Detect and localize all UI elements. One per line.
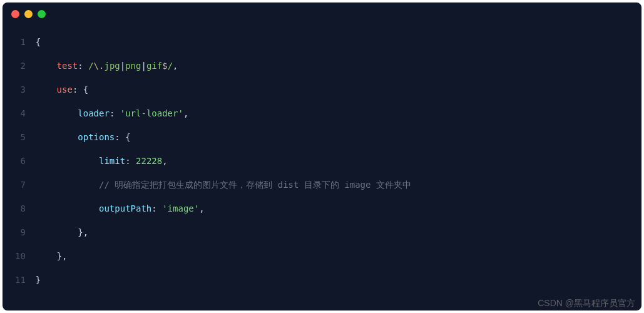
token-key-red: use <box>57 85 73 95</box>
token-regex: / <box>88 61 93 71</box>
token-key-red: test <box>57 61 78 71</box>
code-line: // 明确指定把打包生成的图片文件，存储到 dist 目录下的 image 文件… <box>36 173 641 197</box>
token-punct: : { <box>73 85 88 95</box>
token-punct: : <box>125 156 136 166</box>
token-punct: }, <box>57 251 68 261</box>
code-line: use: { <box>36 78 641 101</box>
line-number: 2 <box>15 54 26 78</box>
token-regex-alt: $ <box>162 61 167 71</box>
code-line: { <box>36 30 641 54</box>
token-punct: , <box>199 203 204 213</box>
code-line: }, <box>36 244 641 268</box>
minimize-button[interactable] <box>24 10 33 18</box>
token-regex: png <box>125 61 141 71</box>
token-string: 'url-loader' <box>120 108 183 118</box>
token-punct: , <box>162 156 167 166</box>
token-regex: / <box>168 61 173 71</box>
token-punct: : <box>78 61 88 71</box>
code-line: loader: 'url-loader', <box>36 101 641 125</box>
token-punct: | <box>120 61 125 71</box>
token-key-blue: outputPath <box>99 203 151 213</box>
token-regex: jpg <box>104 61 120 71</box>
token-key-blue: options <box>78 132 115 142</box>
token-punct: { <box>36 37 41 47</box>
token-regex: gif <box>146 61 162 71</box>
line-number: 9 <box>15 220 26 244</box>
watermark-text: CSDN @黑马程序员官方 <box>538 298 635 309</box>
line-number: 5 <box>15 125 26 149</box>
token-string: 'image' <box>162 203 199 213</box>
maximize-button[interactable] <box>38 10 46 18</box>
line-number: 11 <box>15 268 26 292</box>
token-regex-alt: \. <box>94 61 105 71</box>
token-punct: | <box>141 61 146 71</box>
token-punct: } <box>36 275 41 285</box>
token-number: 22228 <box>136 156 162 166</box>
window-title-bar <box>3 3 641 25</box>
line-number: 7 <box>15 173 26 197</box>
line-number: 8 <box>15 197 26 220</box>
code-line: } <box>36 268 641 292</box>
token-punct: : <box>151 203 162 213</box>
code-area: 1234567891011 { test: /\.jpg|png|gif$/, … <box>3 25 641 297</box>
token-punct: }, <box>78 227 88 237</box>
token-comment: // 明确指定把打包生成的图片文件，存储到 dist 目录下的 image 文件… <box>99 180 411 190</box>
code-editor-window: 1234567891011 { test: /\.jpg|png|gif$/, … <box>3 3 641 310</box>
code-content[interactable]: { test: /\.jpg|png|gif$/, use: { loader:… <box>36 30 641 292</box>
line-number-gutter: 1234567891011 <box>3 30 36 292</box>
code-line: outputPath: 'image', <box>36 197 641 220</box>
token-punct: : <box>110 108 120 118</box>
token-key-blue: loader <box>78 108 110 118</box>
token-punct: , <box>183 108 188 118</box>
line-number: 4 <box>15 101 26 125</box>
code-line: options: { <box>36 125 641 149</box>
code-line: limit: 22228, <box>36 149 641 173</box>
line-number: 1 <box>15 30 26 54</box>
token-key-blue: limit <box>99 156 125 166</box>
line-number: 10 <box>15 244 26 268</box>
line-number: 3 <box>15 78 26 101</box>
line-number: 6 <box>15 149 26 173</box>
code-line: }, <box>36 220 641 244</box>
code-line: test: /\.jpg|png|gif$/, <box>36 54 641 78</box>
close-button[interactable] <box>11 10 19 18</box>
token-punct: : { <box>115 132 130 142</box>
token-punct: , <box>173 61 178 71</box>
